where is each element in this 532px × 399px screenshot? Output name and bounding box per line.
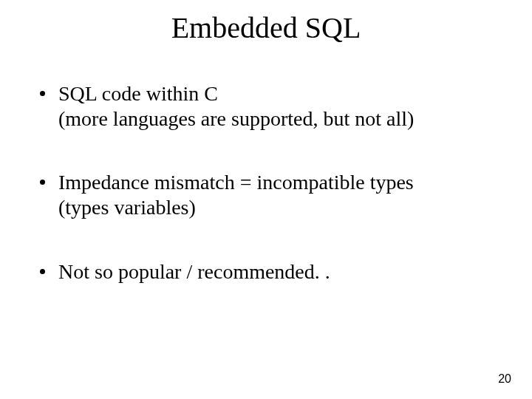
list-item: SQL code within C (more languages are su… [40, 81, 492, 132]
bullet-line: (types variables) [58, 196, 196, 219]
list-item: Not so popular / recommended. . [40, 259, 492, 284]
slide-body: SQL code within C (more languages are su… [40, 81, 492, 323]
bullet-line: SQL code within C [58, 82, 218, 105]
bullet-icon [40, 269, 45, 274]
bullet-text: SQL code within C (more languages are su… [58, 81, 492, 132]
slide-title: Embedded SQL [0, 10, 532, 45]
page-number: 20 [498, 372, 511, 386]
bullet-icon [40, 91, 45, 96]
bullet-icon [40, 180, 45, 185]
bullet-text: Not so popular / recommended. . [58, 259, 492, 284]
bullet-text: Impedance mismatch = incompatible types … [58, 170, 492, 220]
bullet-line: Not so popular / recommended. . [58, 260, 330, 283]
bullet-line: Impedance mismatch = incompatible types [58, 171, 414, 194]
bullet-line: (more languages are supported, but not a… [58, 107, 414, 130]
slide: Embedded SQL SQL code within C (more lan… [0, 0, 532, 399]
list-item: Impedance mismatch = incompatible types … [40, 170, 492, 220]
